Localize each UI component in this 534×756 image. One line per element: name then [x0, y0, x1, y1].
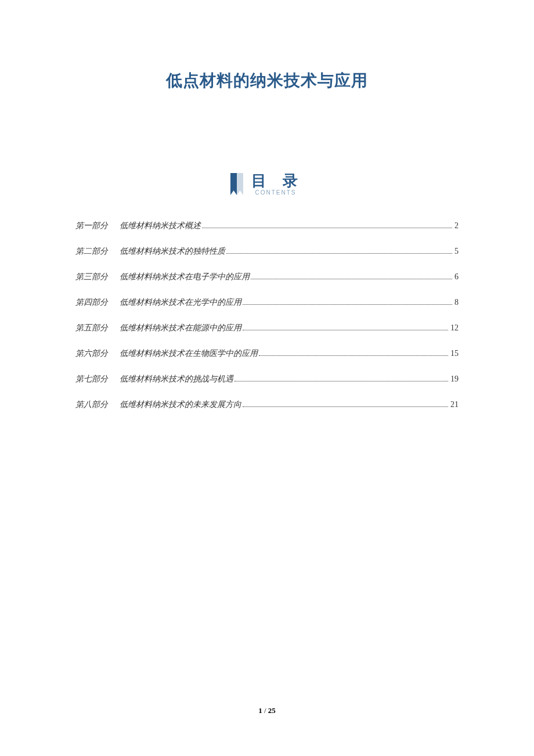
toc-entry-title: 低维材料纳米技术在电子学中的应用 [120, 272, 250, 282]
svg-marker-1 [237, 173, 243, 195]
toc-entry[interactable]: 第二部分 低维材料纳米技术的独特性质 5 [75, 246, 459, 257]
bookmark-icon [230, 173, 243, 197]
toc-entry-title: 低维材料纳米技术的独特性质 [120, 246, 225, 257]
toc-entry-title: 低维材料纳米技术的挑战与机遇 [120, 374, 233, 384]
toc-page-number: 15 [450, 349, 459, 358]
page-separator: / [262, 706, 268, 715]
toc-heading: 目 录 [248, 173, 303, 188]
toc-entry-title: 低维材料纳米技术在生物医学中的应用 [120, 348, 258, 359]
toc-page-number: 21 [450, 400, 459, 409]
document-page: 低点材料的纳米技术与应用 目 录 CONTENTS 第一部分 低维材料纳米技术概… [0, 0, 534, 410]
toc-entry[interactable]: 第四部分 低维材料纳米技术在光学中的应用 8 [75, 297, 459, 308]
toc-part-label: 第二部分 [75, 246, 108, 257]
toc-title-wrap: 目 录 CONTENTS [248, 173, 303, 196]
toc-entry-title: 低维材料纳米技术在光学中的应用 [120, 297, 241, 308]
toc-entry[interactable]: 第七部分 低维材料纳米技术的挑战与机遇 19 [75, 374, 459, 384]
toc-part-label: 第七部分 [75, 374, 108, 384]
toc-entry[interactable]: 第六部分 低维材料纳米技术在生物医学中的应用 15 [75, 348, 459, 359]
toc-page-number: 6 [454, 272, 459, 282]
toc-header: 目 录 CONTENTS [75, 173, 459, 197]
toc-page-number: 12 [450, 323, 459, 333]
toc-leader-dots [251, 279, 452, 279]
toc-leader-dots [243, 304, 452, 305]
toc-part-label: 第四部分 [75, 297, 108, 308]
toc-page-number: 5 [454, 247, 459, 256]
page-footer: 1 / 25 [0, 706, 534, 715]
toc-leader-dots [226, 253, 452, 254]
toc-page-number: 19 [450, 375, 459, 384]
svg-marker-0 [230, 173, 237, 195]
toc-leader-dots [243, 406, 448, 407]
toc-page-number: 8 [454, 298, 459, 307]
toc-part-label: 第五部分 [75, 323, 108, 333]
toc-part-label: 第六部分 [75, 348, 108, 359]
toc-entry[interactable]: 第八部分 低维材料纳米技术的未来发展方向 21 [75, 399, 459, 410]
toc-part-label: 第八部分 [75, 399, 108, 410]
toc-entry-title: 低维材料纳米技术概述 [120, 221, 201, 231]
toc-leader-dots [243, 330, 448, 330]
toc-leader-dots [202, 228, 452, 228]
toc-entry[interactable]: 第五部分 低维材料纳米技术在能源中的应用 12 [75, 323, 459, 333]
toc-leader-dots [259, 355, 448, 356]
page-total: 25 [268, 706, 276, 715]
toc-part-label: 第一部分 [75, 221, 108, 231]
toc-list: 第一部分 低维材料纳米技术概述 2 第二部分 低维材料纳米技术的独特性质 5 第… [75, 221, 459, 410]
toc-page-number: 2 [454, 221, 459, 231]
toc-entry[interactable]: 第一部分 低维材料纳米技术概述 2 [75, 221, 459, 231]
document-title: 低点材料的纳米技术与应用 [75, 70, 459, 92]
toc-leader-dots [234, 381, 448, 381]
toc-subheading: CONTENTS [255, 189, 296, 196]
toc-part-label: 第三部分 [75, 272, 108, 282]
toc-entry-title: 低维材料纳米技术在能源中的应用 [120, 323, 241, 333]
toc-entry[interactable]: 第三部分 低维材料纳米技术在电子学中的应用 6 [75, 272, 459, 282]
toc-entry-title: 低维材料纳米技术的未来发展方向 [120, 399, 241, 410]
